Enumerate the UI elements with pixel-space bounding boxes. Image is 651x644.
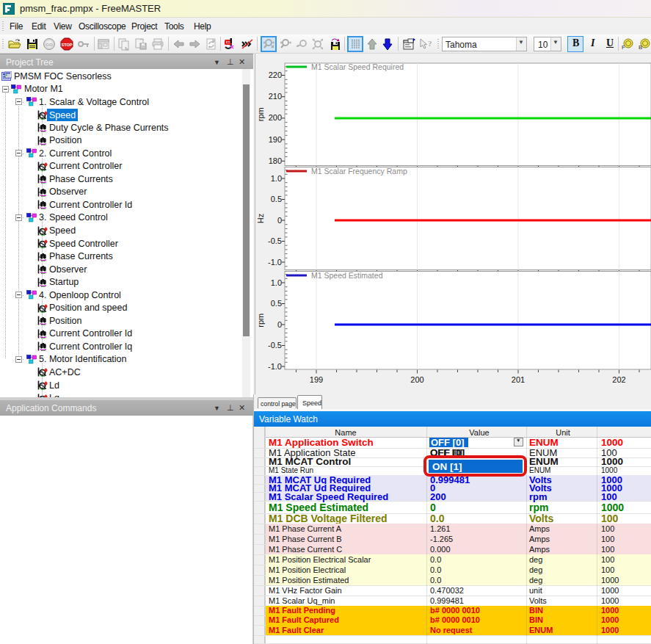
svg-text:200: 200 (269, 113, 282, 122)
svg-text:-1.0: -1.0 (268, 362, 282, 371)
svg-text:rpm: rpm (256, 314, 265, 328)
svg-text:199: 199 (310, 375, 323, 384)
svg-text:M1 Speed Estimated: M1 Speed Estimated (311, 271, 383, 280)
svg-text:1.0: 1.0 (271, 174, 282, 183)
svg-text:200: 200 (410, 375, 423, 384)
svg-text:-1.0: -1.0 (268, 258, 282, 267)
svg-text:M1 Scalar Speed Required: M1 Scalar Speed Required (311, 62, 404, 71)
svg-text:201: 201 (512, 375, 525, 384)
svg-text:220: 220 (269, 70, 282, 79)
svg-text:STOP: STOP (62, 43, 73, 47)
svg-text:210: 210 (269, 92, 282, 101)
svg-text:0: 0 (277, 320, 282, 329)
svg-text:B: B (639, 44, 642, 51)
svg-text:?: ? (428, 39, 432, 48)
svg-text:1.0: 1.0 (271, 278, 282, 287)
svg-text:F: F (622, 44, 625, 51)
svg-text:M1 Scalar Frequency Ramp: M1 Scalar Frequency Ramp (311, 167, 407, 176)
svg-text:190: 190 (269, 135, 282, 144)
svg-text:rpm: rpm (256, 107, 265, 121)
svg-text:GO: GO (46, 43, 53, 47)
svg-text:0.5: 0.5 (271, 195, 282, 203)
svg-text:-0.5: -0.5 (268, 236, 282, 245)
svg-text:Hz: Hz (256, 214, 265, 223)
svg-text:-0.5: -0.5 (268, 341, 282, 350)
svg-text:0: 0 (277, 216, 282, 225)
svg-text:0.5: 0.5 (271, 299, 282, 308)
svg-text:180: 180 (269, 156, 282, 165)
svg-text:202: 202 (612, 375, 625, 384)
